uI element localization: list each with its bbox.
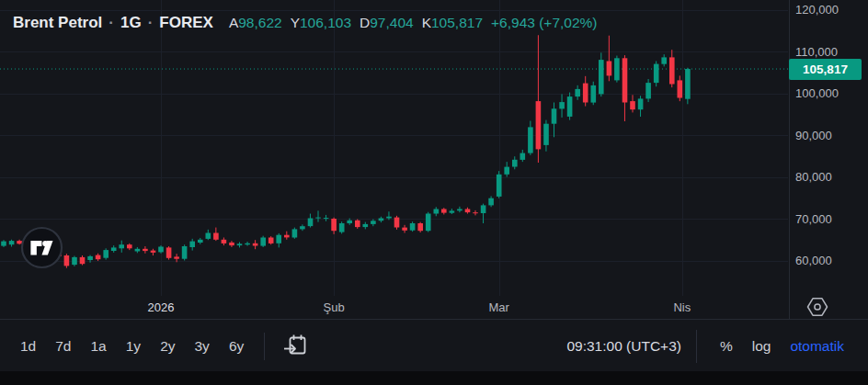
- chart-pane[interactable]: [0, 0, 788, 296]
- time-axis[interactable]: 2026ŞubMarNis: [0, 295, 788, 319]
- symbol-name: Brent Petrol: [13, 14, 102, 31]
- range-button-2y[interactable]: 2y: [160, 338, 175, 355]
- exchange-label: FOREX: [159, 14, 213, 31]
- range-button-1d[interactable]: 1d: [20, 338, 36, 355]
- timezone-settings-button[interactable]: [805, 295, 829, 319]
- candles: [1, 35, 690, 267]
- range-button-1y[interactable]: 1y: [126, 338, 141, 355]
- range-button-3y[interactable]: 3y: [195, 338, 210, 355]
- price-tick-label: 80,000: [795, 170, 832, 184]
- interval-label: 1G: [120, 14, 142, 31]
- auto-scale-button[interactable]: otomatik: [790, 338, 844, 355]
- price-tick-label: 70,000: [795, 212, 832, 226]
- price-tick-label: 60,000: [795, 254, 832, 267]
- symbol-legend: Brent Petrol·1G·FOREX A98,622Y106,103D97…: [13, 14, 598, 32]
- log-scale-button[interactable]: log: [752, 338, 771, 355]
- go-to-date-button[interactable]: [283, 334, 308, 358]
- ohlc-values: A98,622Y106,103D97,404K105,817+6,943 (+7…: [229, 15, 598, 31]
- window-bottom-strip: [0, 371, 868, 385]
- tradingview-logo-button[interactable]: [20, 226, 63, 273]
- time-tick-label: Mar: [488, 300, 508, 314]
- open-value: 98,622: [238, 15, 281, 30]
- chart-section: Brent Petrol·1G·FOREX A98,622Y106,103D97…: [0, 0, 868, 320]
- price-tick-label: 90,000: [795, 129, 832, 142]
- price-tick-label: 100,000: [795, 86, 839, 100]
- low-value: 97,404: [370, 15, 413, 30]
- candlestick-chart-svg: [0, 0, 788, 296]
- change-value: +6,943 (+7,02%): [491, 15, 597, 30]
- price-axis[interactable]: 105,817 120,000110,000100,00090,00080,00…: [789, 0, 868, 319]
- percent-scale-button[interactable]: %: [720, 338, 733, 355]
- legend-separator: ·: [148, 14, 154, 31]
- time-tick-label: Nis: [673, 300, 691, 314]
- low-label: D: [360, 15, 370, 30]
- current-price-badge: 105,817: [789, 59, 862, 80]
- high-label: Y: [291, 15, 300, 30]
- range-button-7d[interactable]: 7d: [55, 338, 71, 355]
- symbol-title[interactable]: Brent Petrol·1G·FOREX: [13, 14, 213, 32]
- hexagon-settings-icon: [805, 295, 829, 319]
- go-to-date-calendar-icon: [283, 334, 308, 358]
- toolbar-right-cluster: 09:31:00 (UTC+3) % log otomatik: [566, 330, 844, 363]
- legend-separator: ·: [108, 14, 114, 31]
- price-tick-label: 110,000: [795, 45, 838, 59]
- toolbar-divider: [264, 333, 265, 360]
- close-label: K: [422, 15, 431, 30]
- clock-display[interactable]: 09:31:00 (UTC+3): [566, 338, 681, 355]
- range-button-6y[interactable]: 6y: [229, 338, 244, 355]
- price-tick-label: 120,000: [795, 3, 839, 17]
- toolbar-divider: [696, 330, 697, 363]
- high-value: 106,103: [300, 15, 351, 30]
- time-tick-label: 2026: [148, 300, 175, 314]
- close-value: 105,817: [431, 15, 483, 30]
- bottom-toolbar: 1d 7d 1a 1y 2y 3y 6y 09:31:00 (UTC+3) % …: [0, 321, 868, 371]
- range-button-1m[interactable]: 1a: [91, 338, 107, 355]
- time-tick-label: Şub: [324, 300, 345, 314]
- open-label: A: [229, 15, 238, 30]
- tradingview-logo-icon: [20, 226, 63, 269]
- tradingview-chart-window: Brent Petrol·1G·FOREX A98,622Y106,103D97…: [0, 0, 868, 385]
